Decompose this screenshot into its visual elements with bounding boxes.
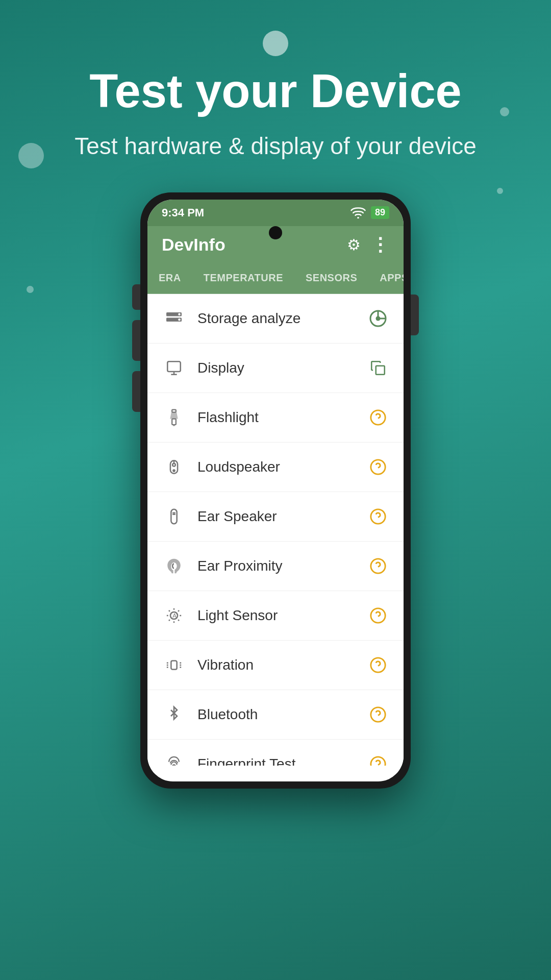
- bluetooth-question-icon: [367, 703, 389, 726]
- svg-rect-12: [172, 419, 176, 425]
- svg-point-0: [357, 217, 359, 218]
- silent-button: [132, 284, 140, 310]
- list-item-flashlight[interactable]: Flashlight: [147, 393, 404, 443]
- svg-point-4: [178, 318, 181, 321]
- storage-icon: [162, 306, 186, 331]
- display-label: Display: [197, 360, 367, 376]
- battery-level: 89: [375, 207, 385, 218]
- app-title: DevInfo: [162, 235, 226, 255]
- status-time: 9:34 PM: [162, 206, 204, 219]
- svg-point-17: [172, 469, 176, 472]
- battery-indicator: 89: [371, 206, 389, 219]
- tab-apps[interactable]: APPS: [368, 264, 404, 293]
- flashlight-label: Flashlight: [197, 409, 367, 426]
- list-item-bluetooth[interactable]: Bluetooth: [147, 690, 404, 740]
- volume-down-button-physical: [132, 371, 140, 412]
- wifi-icon: [350, 207, 366, 218]
- svg-marker-11: [170, 412, 178, 419]
- svg-text:A: A: [172, 612, 177, 619]
- hero-dot: [263, 31, 288, 56]
- status-bar: 9:34 PM 89: [147, 200, 404, 226]
- light-sensor-icon: A: [162, 603, 186, 628]
- phone-mockup: 9:34 PM 89 DevInfo: [140, 192, 411, 980]
- display-copy-icon: [367, 357, 389, 379]
- svg-point-3: [178, 313, 181, 315]
- power-button: [411, 295, 419, 335]
- tests-list: Storage analyze: [147, 294, 404, 766]
- storage-analyze-label: Storage analyze: [197, 310, 367, 327]
- svg-line-35: [178, 620, 179, 621]
- svg-point-18: [172, 463, 176, 467]
- camera-notch: [269, 226, 282, 239]
- tab-temperature[interactable]: TEMPERATURE: [192, 264, 294, 293]
- hero-title: Test your Device: [59, 66, 492, 116]
- vibration-label: Vibration: [197, 657, 367, 673]
- svg-rect-6: [167, 361, 181, 372]
- list-item-loudspeaker[interactable]: Loudspeaker: [147, 443, 404, 492]
- flashlight-icon: [162, 405, 186, 430]
- app-bar-icons: ⚙ ⋮: [347, 234, 389, 256]
- tab-era[interactable]: ERA: [147, 264, 192, 293]
- vibration-icon: [162, 653, 186, 677]
- ear-proximity-label: Ear Proximity: [197, 558, 367, 574]
- light-sensor-question-icon: [367, 604, 389, 627]
- light-sensor-label: Light Sensor: [197, 607, 367, 624]
- phone-screen: 9:34 PM 89 DevInfo: [147, 200, 404, 781]
- ear-speaker-icon: [162, 504, 186, 529]
- fingerprint-label: Fingerprint Test: [197, 756, 367, 766]
- storage-chart-icon: [367, 307, 389, 330]
- loudspeaker-question-icon: [367, 456, 389, 478]
- list-item-storage-analyze[interactable]: Storage analyze: [147, 294, 404, 344]
- status-icons: 89: [350, 206, 389, 219]
- deco-dot-4: [27, 286, 34, 293]
- more-options-icon[interactable]: ⋮: [371, 234, 389, 256]
- vibration-question-icon: [367, 654, 389, 676]
- svg-line-34: [169, 610, 170, 611]
- svg-rect-22: [171, 509, 177, 524]
- list-item-ear-speaker[interactable]: Ear Speaker: [147, 492, 404, 542]
- list-item-light-sensor[interactable]: A Light Sensor: [147, 591, 404, 641]
- bluetooth-icon: [162, 702, 186, 727]
- svg-rect-41: [171, 660, 177, 669]
- loudspeaker-icon: [162, 455, 186, 479]
- ear-proximity-icon: [162, 554, 186, 578]
- fingerprint-icon: [162, 752, 186, 766]
- list-item-display[interactable]: Display: [147, 344, 404, 393]
- list-item-ear-proximity[interactable]: Ear Proximity: [147, 542, 404, 591]
- hero-section: Test your Device Test hardware & display…: [0, 0, 551, 192]
- ear-speaker-label: Ear Speaker: [197, 508, 367, 525]
- settings-icon[interactable]: ⚙: [347, 236, 361, 254]
- svg-line-37: [178, 610, 179, 611]
- svg-rect-9: [376, 365, 385, 374]
- hero-subtitle: Test hardware & display of your device: [34, 130, 517, 162]
- flashlight-question-icon: [367, 406, 389, 429]
- svg-line-36: [169, 620, 170, 621]
- tab-sensors[interactable]: SENSORS: [294, 264, 368, 293]
- loudspeaker-label: Loudspeaker: [197, 459, 367, 475]
- tabs-container: ERA TEMPERATURE SENSORS APPS TESTS: [147, 264, 404, 294]
- fingerprint-question-icon: [367, 753, 389, 766]
- volume-up-button-physical: [132, 320, 140, 361]
- list-item-fingerprint[interactable]: Fingerprint Test: [147, 740, 404, 766]
- ear-speaker-question-icon: [367, 505, 389, 528]
- display-icon: [162, 356, 186, 380]
- bluetooth-label: Bluetooth: [197, 706, 367, 723]
- svg-point-5: [376, 316, 381, 321]
- ear-proximity-question-icon: [367, 555, 389, 577]
- phone-outer: 9:34 PM 89 DevInfo: [140, 192, 411, 789]
- list-item-vibration[interactable]: Vibration: [147, 641, 404, 690]
- svg-rect-10: [172, 409, 176, 412]
